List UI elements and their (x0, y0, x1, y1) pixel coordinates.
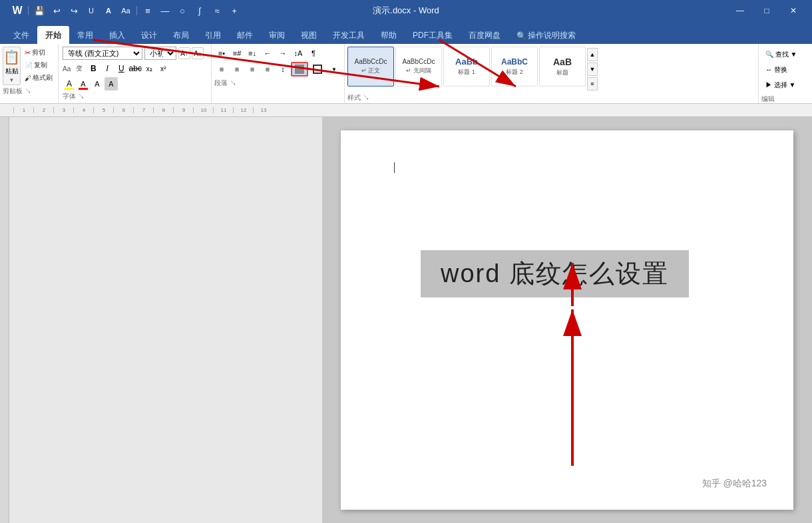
font-color-bar (79, 88, 88, 90)
grow-font-button[interactable]: A↑ (178, 47, 190, 59)
select-button[interactable]: ▶ 选择 ▼ (763, 79, 809, 92)
tab-pdf[interactable]: PDF工具集 (405, 26, 461, 44)
tab-developer[interactable]: 开发工具 (325, 26, 373, 44)
font-color-row: A A A A (63, 77, 207, 90)
subscript-button[interactable]: x₂ (142, 62, 156, 75)
font-color-button[interactable]: A (77, 77, 90, 90)
replace-button[interactable]: ↔ 替换 (763, 63, 809, 77)
bullets-button[interactable]: ≡• (214, 47, 229, 60)
align-center-button[interactable]: ≡ (230, 63, 244, 76)
style-heading2[interactable]: AaBbC 标题 2 (491, 47, 538, 87)
find-button[interactable]: 🔍 查找 ▼ (763, 48, 809, 61)
tab-review[interactable]: 审阅 (261, 26, 293, 44)
style-normal-label: ↵ 正文 (361, 67, 381, 75)
italic-button[interactable]: I (101, 62, 114, 75)
multilevel-list-button[interactable]: ≡↓ (245, 47, 260, 60)
redo-button[interactable]: ↪ (67, 4, 81, 17)
style-title-label: 标题 (556, 69, 568, 77)
font-size-selector[interactable]: 小初 (144, 47, 176, 60)
qa-extra6[interactable]: ○ (176, 4, 189, 17)
title-bar: W 💾 ↩ ↪ U A Aa ≡ — ○ ∫ ≈ + 演示.docx - Wor… (0, 0, 812, 21)
qa-extra1[interactable]: U (85, 4, 98, 17)
format-painter-label: 格式刷 (33, 73, 53, 83)
char-border-button[interactable]: A (91, 77, 104, 90)
align-left-button[interactable]: ≡ (214, 63, 229, 76)
clipboard-group: 📋 粘贴 ▼ ✂ 剪切 📄 复制 🖌 格式刷 剪贴板 ↘ (0, 44, 59, 103)
minimize-button[interactable]: — (727, 0, 753, 21)
styles-scroll-up[interactable]: ▲ (587, 48, 598, 61)
cut-button[interactable]: ✂ 剪切 (22, 47, 55, 59)
bold-button[interactable]: B (87, 62, 100, 75)
separator (28, 6, 29, 15)
tab-reference[interactable]: 引用 (197, 26, 229, 44)
style-no-spacing-preview: AaBbCcDc (403, 58, 435, 65)
style-heading1-preview: AaBb (455, 57, 478, 67)
grow-shrink-buttons: A↑ A↓ (178, 47, 204, 59)
styles-more[interactable]: ≡ (587, 77, 598, 90)
tab-design[interactable]: 设计 (133, 26, 165, 44)
tab-common[interactable]: 常用 (69, 26, 101, 44)
align-right-button[interactable]: ≡ (245, 63, 260, 76)
paragraph-group-label: 段落 ↘ (214, 79, 341, 88)
style-heading1[interactable]: AaBb 标题 1 (443, 47, 490, 87)
show-marks-button[interactable]: ¶ (306, 47, 321, 60)
qa-extra2[interactable]: A (102, 4, 115, 17)
document-page: word 底纹怎么设置 知乎 @哈哈123 (341, 130, 793, 510)
tab-help[interactable]: 帮助 (373, 26, 405, 44)
ruler-mark-4: 4 (73, 107, 93, 113)
editing-buttons: 🔍 查找 ▼ ↔ 替换 ▶ 选择 ▼ (761, 47, 809, 93)
styles-scroll-down[interactable]: ▼ (587, 63, 598, 76)
decrease-indent-button[interactable]: ← (260, 47, 275, 60)
tab-insert[interactable]: 插入 (101, 26, 133, 44)
style-no-spacing[interactable]: AaBbCcDc ↵ 无间隔 (395, 47, 442, 87)
copy-button[interactable]: 📄 复制 (22, 59, 55, 71)
change-case-button[interactable]: 变 (73, 62, 86, 75)
para-row1: ≡• ≡# ≡↓ ← → ↕A ¶ (214, 47, 341, 60)
tab-view[interactable]: 视图 (293, 26, 325, 44)
tab-home[interactable]: 开始 (37, 26, 69, 44)
style-heading2-preview: AaBbC (501, 57, 528, 67)
ribbon-toolbar: 📋 粘贴 ▼ ✂ 剪切 📄 复制 🖌 格式刷 剪贴板 ↘ (0, 44, 812, 104)
superscript-button[interactable]: x² (156, 62, 170, 75)
tab-file[interactable]: 文件 (5, 26, 37, 44)
text-highlight-button[interactable]: A (63, 77, 76, 90)
tab-layout[interactable]: 布局 (165, 26, 197, 44)
qa-extra7[interactable]: ∫ (193, 4, 206, 17)
window-controls: — □ ✕ (727, 0, 807, 21)
qa-extra5[interactable]: — (158, 4, 172, 17)
window-title: 演示.docx - Word (373, 5, 439, 17)
styles-group: AaBbCcDc ↵ 正文 AaBbCcDc ↵ 无间隔 AaBb 标题 1 A… (345, 44, 759, 103)
document-text-highlight[interactable]: word 底纹怎么设置 (421, 250, 689, 297)
maximize-button[interactable]: □ (753, 0, 780, 21)
sort-button[interactable]: ↕A (291, 47, 305, 60)
font-formatting-row1: Aa 变 B I U abc x₂ x² (63, 62, 207, 75)
save-button[interactable]: 💾 (33, 4, 46, 17)
tab-mail[interactable]: 邮件 (229, 26, 261, 44)
char-shading-button[interactable]: A (104, 77, 118, 90)
increase-indent-button[interactable]: → (276, 47, 290, 60)
strikethrough-button[interactable]: abc (128, 62, 142, 75)
tab-search[interactable]: 🔍 操作说明搜索 (508, 26, 584, 44)
borders-dropdown[interactable]: ▼ (327, 63, 341, 76)
shading-button[interactable] (291, 62, 308, 77)
style-title[interactable]: AaB 标题 (539, 47, 586, 87)
tab-baidu[interactable]: 百度网盘 (461, 26, 508, 44)
style-normal[interactable]: AaBbCcDc ↵ 正文 (347, 47, 394, 87)
format-painter-button[interactable]: 🖌 格式刷 (22, 72, 55, 84)
qa-extra4[interactable]: ≡ (141, 4, 154, 17)
justify-button[interactable]: ≡ (260, 63, 275, 76)
ruler-mark-3: 3 (53, 107, 73, 113)
line-spacing-button[interactable]: ↕ (276, 63, 290, 76)
numbering-button[interactable]: ≡# (230, 47, 244, 60)
qa-extra8[interactable]: ≈ (210, 4, 224, 17)
qa-extra3[interactable]: Aa (119, 4, 132, 17)
qa-extra9[interactable]: + (228, 4, 241, 17)
shrink-font-button[interactable]: A↓ (192, 47, 204, 59)
font-aa-label: Aa (63, 65, 71, 73)
font-family-selector[interactable]: 等线 (西文正文) (63, 47, 142, 60)
close-button[interactable]: ✕ (780, 0, 807, 21)
paste-button[interactable]: 📋 粘贴 ▼ (3, 47, 21, 85)
underline-button[interactable]: U (114, 62, 128, 75)
borders-button[interactable] (309, 62, 326, 77)
undo-button[interactable]: ↩ (50, 4, 63, 17)
